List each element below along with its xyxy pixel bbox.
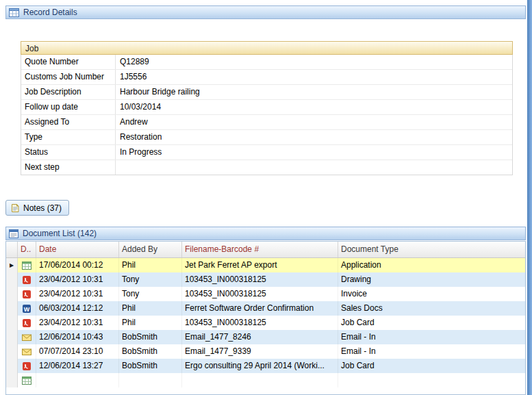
cell-filename: Email_1477_8246: [182, 330, 338, 344]
notes-tab[interactable]: Notes (37): [5, 200, 69, 216]
cell-date: 06/03/2014 12:12: [36, 301, 119, 316]
job-panel: Job Quote Number Q12889 Customs Job Numb…: [21, 41, 513, 175]
cell-added-by: Tony: [119, 287, 182, 301]
cell-filename: 103453_IN000318125: [182, 287, 338, 301]
document-list-header[interactable]: Document List (142): [5, 227, 526, 240]
cell-filename: [182, 373, 338, 387]
row-indicator: [6, 287, 18, 301]
pdf-icon: [18, 316, 36, 330]
table-row[interactable]: 23/04/2012 10:31 Phil 103453_IN000318125…: [6, 316, 525, 330]
cell-document-type: Email - In: [338, 330, 525, 344]
column-header-filename[interactable]: Filename-Barcode #: [182, 242, 338, 257]
table-row[interactable]: 07/07/2014 23:10 BobSmith Email_1477_933…: [6, 344, 525, 359]
column-header-document-type[interactable]: Document Type: [338, 242, 525, 257]
excel-icon: [18, 373, 36, 387]
job-group-header: Job: [21, 41, 513, 55]
field-value[interactable]: Q12889: [116, 55, 512, 69]
grid-header-row: D.. Date Added By Filename-Barcode # Doc…: [6, 242, 525, 258]
cell-document-type: Email - In: [338, 344, 525, 359]
window-edge: [527, 0, 532, 395]
word-icon: W: [18, 301, 36, 316]
cell-date: 23/04/2012 10:31: [36, 272, 119, 287]
cell-document-type: [338, 373, 525, 387]
excel-icon: [18, 258, 36, 272]
field-label: Next step: [21, 160, 116, 175]
field-row-follow-up-date: Follow up date 10/03/2014: [21, 100, 512, 115]
cell-date: 23/04/2012 10:31: [36, 316, 119, 330]
document-list-icon: [9, 229, 18, 238]
table-row[interactable]: W 06/03/2014 12:12 Phil Ferret Software …: [6, 301, 525, 316]
field-label: Customs Job Number: [21, 70, 116, 84]
cell-document-type: Job Card: [338, 359, 525, 373]
table-row[interactable]: 12/06/2014 10:43 BobSmith Email_1477_824…: [6, 330, 525, 344]
app-window: { "record_details": { "title": "Record D…: [0, 0, 532, 395]
field-value[interactable]: Harbour Bridge railing: [116, 85, 512, 99]
cell-added-by: Phil: [119, 258, 182, 272]
cell-filename: 103453_IN000318125: [182, 316, 338, 330]
field-row-quote-number: Quote Number Q12889: [21, 55, 512, 70]
field-label: Follow up date: [21, 100, 116, 114]
cell-date: 12/06/2014 13:27: [36, 359, 119, 373]
field-value[interactable]: [116, 160, 512, 175]
notes-label: Notes (37): [23, 203, 62, 213]
row-indicator: [6, 316, 18, 330]
column-header-date[interactable]: Date: [36, 242, 119, 257]
table-row[interactable]: 12/06/2014 13:27 BobSmith Ergo consultin…: [6, 359, 525, 373]
cell-filename: Ferret Software Order Confirmation: [182, 301, 338, 316]
cell-document-type: Sales Docs: [338, 301, 525, 316]
cell-added-by: Phil: [119, 316, 182, 330]
row-indicator: [6, 330, 18, 344]
table-row[interactable]: 23/04/2012 10:31 Tony 103453_IN000318125…: [6, 287, 525, 301]
cell-date: 07/07/2014 23:10: [36, 344, 119, 359]
job-fields: Quote Number Q12889 Customs Job Number 1…: [21, 55, 513, 175]
cell-added-by: BobSmith: [119, 330, 182, 344]
table-row[interactable]: [6, 373, 525, 387]
notes-icon: [10, 203, 20, 213]
pdf-icon: [18, 272, 36, 287]
record-details-icon: [9, 8, 19, 17]
field-label: Quote Number: [21, 55, 116, 69]
field-value[interactable]: Andrew: [116, 115, 512, 129]
field-value[interactable]: 10/03/2014: [116, 100, 512, 114]
table-row[interactable]: ▶ 17/06/2014 00:12 Phil Jet Park Ferret …: [6, 258, 525, 272]
document-grid: D.. Date Added By Filename-Barcode # Doc…: [5, 241, 526, 395]
cell-added-by: BobSmith: [119, 344, 182, 359]
column-header-indicator: [6, 242, 18, 257]
document-list-title: Document List (142): [23, 229, 97, 238]
cell-document-type: Job Card: [338, 316, 525, 330]
email-icon: [18, 344, 36, 359]
field-value[interactable]: 1J5556: [116, 70, 512, 84]
cell-added-by: Tony: [119, 272, 182, 287]
field-value[interactable]: Restoration: [116, 130, 512, 144]
field-row-job-description: Job Description Harbour Bridge railing: [21, 85, 512, 100]
email-icon: [18, 330, 36, 344]
field-label: Type: [21, 130, 116, 144]
row-indicator: ▶: [6, 258, 18, 272]
record-details-header[interactable]: Record Details: [5, 5, 526, 19]
selected-row-arrow-icon: ▶: [10, 263, 14, 268]
field-value[interactable]: In Progress: [116, 145, 512, 160]
field-row-next-step: Next step: [21, 160, 512, 175]
cell-filename: Jet Park Ferret AP export: [182, 258, 338, 272]
cell-document-type: Drawing: [338, 272, 525, 287]
cell-filename: Email_1477_9339: [182, 344, 338, 359]
cell-document-type: Application: [338, 258, 525, 272]
row-indicator: [6, 344, 18, 359]
column-header-docicon[interactable]: D..: [18, 242, 36, 257]
row-indicator: [6, 373, 18, 387]
cell-added-by: BobSmith: [119, 359, 182, 373]
cell-date: 23/04/2012 10:31: [36, 287, 119, 301]
field-row-type: Type Restoration: [21, 130, 512, 145]
field-row-status: Status In Progress: [21, 145, 512, 160]
field-label: Job Description: [21, 85, 116, 99]
row-indicator: [6, 301, 18, 316]
row-indicator: [6, 272, 18, 287]
table-row[interactable]: 23/04/2012 10:31 Tony 103453_IN000318125…: [6, 272, 525, 287]
cell-date: 12/06/2014 10:43: [36, 330, 119, 344]
svg-text:W: W: [24, 305, 30, 312]
cell-filename: Ergo consulting 29 April 2014 (Worki...: [182, 359, 338, 373]
field-label: Status: [21, 145, 116, 160]
record-details-title: Record Details: [23, 8, 77, 17]
column-header-added-by[interactable]: Added By: [119, 242, 182, 257]
row-indicator: [6, 359, 18, 373]
